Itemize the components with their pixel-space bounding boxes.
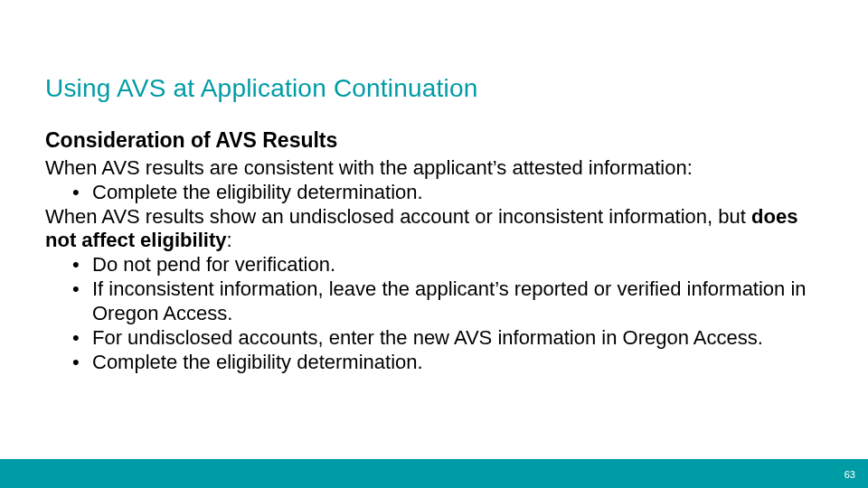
list-item: Complete the eligibility determination. [45,351,823,375]
bullet-list-1: Complete the eligibility determination. [45,181,823,205]
paragraph-2-post: : [226,229,231,251]
list-item: If inconsistent information, leave the a… [45,277,823,326]
paragraph-2: When AVS results show an undisclosed acc… [45,205,823,254]
paragraph-1: When AVS results are consistent with the… [45,156,823,181]
body-text: When AVS results are consistent with the… [45,156,823,374]
list-item: Do not pend for verification. [45,253,823,277]
list-item: Complete the eligibility determination. [45,181,823,205]
slide: Using AVS at Application Continuation Co… [0,0,868,488]
bullet-list-2: Do not pend for verification. If inconsi… [45,253,823,374]
slide-content: Using AVS at Application Continuation Co… [0,0,868,374]
slide-title: Using AVS at Application Continuation [45,74,823,103]
paragraph-2-pre: When AVS results show an undisclosed acc… [45,205,751,228]
section-subheading: Consideration of AVS Results [45,128,823,153]
list-item: For undisclosed accounts, enter the new … [45,326,823,351]
page-number: 63 [844,469,855,480]
footer-bar: 63 [0,459,868,488]
